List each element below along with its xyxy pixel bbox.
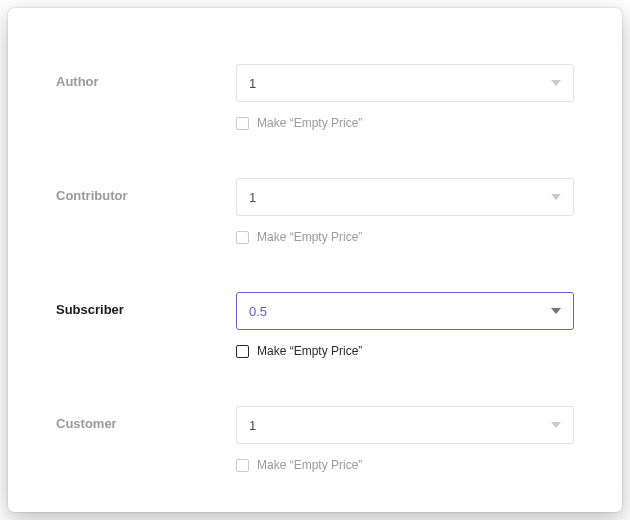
role-controls-contributor: 1 Make “Empty Price” <box>236 178 574 244</box>
multiplier-select-contributor[interactable]: 1 <box>236 178 574 216</box>
select-value: 0.5 <box>249 304 551 319</box>
empty-price-checkbox-contributor[interactable]: Make “Empty Price” <box>236 230 574 244</box>
multiplier-select-subscriber[interactable]: 0.5 <box>236 292 574 330</box>
checkbox-label: Make “Empty Price” <box>257 116 362 130</box>
role-row-subscriber: Subscriber 0.5 Make “Empty Price” <box>56 292 574 358</box>
role-label-subscriber: Subscriber <box>56 292 236 317</box>
multiplier-select-customer[interactable]: 1 <box>236 406 574 444</box>
role-row-author: Author 1 Make “Empty Price” <box>56 64 574 130</box>
role-row-contributor: Contributor 1 Make “Empty Price” <box>56 178 574 244</box>
role-row-customer: Customer 1 Make “Empty Price” <box>56 406 574 472</box>
empty-price-checkbox-customer[interactable]: Make “Empty Price” <box>236 458 574 472</box>
role-controls-author: 1 Make “Empty Price” <box>236 64 574 130</box>
role-label-contributor: Contributor <box>56 178 236 203</box>
chevron-down-icon <box>551 308 561 314</box>
checkbox-icon <box>236 117 249 130</box>
select-value: 1 <box>249 190 551 205</box>
checkbox-icon <box>236 345 249 358</box>
role-label-customer: Customer <box>56 406 236 431</box>
checkbox-label: Make “Empty Price” <box>257 344 362 358</box>
checkbox-icon <box>236 231 249 244</box>
empty-price-checkbox-subscriber[interactable]: Make “Empty Price” <box>236 344 574 358</box>
chevron-down-icon <box>551 422 561 428</box>
chevron-down-icon <box>551 194 561 200</box>
multiplier-select-author[interactable]: 1 <box>236 64 574 102</box>
checkbox-icon <box>236 459 249 472</box>
settings-card: Author 1 Make “Empty Price” Contributor … <box>8 8 622 512</box>
role-label-author: Author <box>56 64 236 89</box>
empty-price-checkbox-author[interactable]: Make “Empty Price” <box>236 116 574 130</box>
checkbox-label: Make “Empty Price” <box>257 458 362 472</box>
select-value: 1 <box>249 76 551 91</box>
select-value: 1 <box>249 418 551 433</box>
role-controls-subscriber: 0.5 Make “Empty Price” <box>236 292 574 358</box>
role-controls-customer: 1 Make “Empty Price” <box>236 406 574 472</box>
chevron-down-icon <box>551 80 561 86</box>
checkbox-label: Make “Empty Price” <box>257 230 362 244</box>
